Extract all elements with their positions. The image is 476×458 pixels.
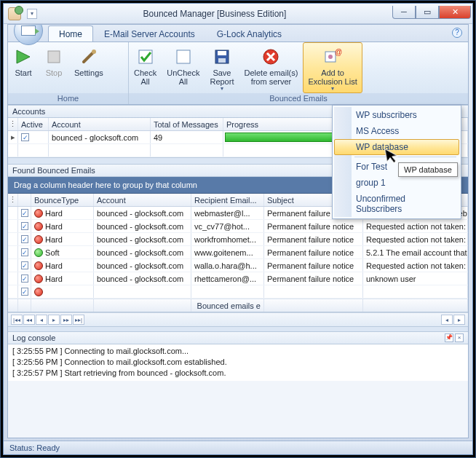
check-all-button[interactable]: Check All bbox=[129, 42, 162, 93]
nav-prev-button[interactable]: ◂ bbox=[36, 315, 47, 325]
start-button[interactable]: Start bbox=[8, 42, 39, 93]
ribbon-group-home: Start Stop Settings Home bbox=[8, 42, 129, 104]
maximize-button[interactable]: ▭ bbox=[416, 6, 439, 19]
recipient-cell: walla.o.hara@h... bbox=[191, 259, 264, 272]
col-account[interactable]: Account bbox=[94, 194, 191, 206]
col-recipient[interactable]: Recipient Email... bbox=[191, 194, 264, 206]
nav-nextpage-button[interactable]: ▸▸ bbox=[60, 315, 72, 325]
col-check[interactable] bbox=[18, 194, 31, 206]
row-indicator bbox=[8, 233, 18, 245]
close-button[interactable]: ✕ bbox=[439, 6, 471, 19]
col-active[interactable]: Active bbox=[18, 118, 49, 130]
menu-item-ms-access[interactable]: MS Access bbox=[334, 123, 459, 139]
table-row[interactable]: ✓ Hardbounced - glocksoft.comwalla.o.har… bbox=[8, 259, 468, 272]
qat-dropdown-icon[interactable]: ▾ bbox=[27, 9, 37, 19]
stop-icon bbox=[44, 47, 64, 67]
check-icon bbox=[135, 47, 156, 67]
footer-tab-label: Bounced emails e bbox=[191, 299, 264, 312]
row-indicator bbox=[8, 259, 18, 272]
row-checkbox[interactable]: ✓ bbox=[21, 261, 28, 269]
settings-button[interactable]: Settings bbox=[69, 42, 108, 93]
record-navigator: |◂◂ ◂◂ ◂ ▸ ▸▸ ▸▸| ◂ ▸ bbox=[8, 312, 468, 327]
status-circle-icon bbox=[34, 248, 43, 257]
account-name: bounced - glocksoft.com bbox=[49, 131, 151, 143]
status-circle-icon bbox=[34, 261, 43, 270]
nav-scroll-left-button[interactable]: ◂ bbox=[441, 315, 453, 325]
tab-home[interactable]: Home bbox=[48, 25, 93, 42]
row-checkbox[interactable]: ✓ bbox=[21, 235, 28, 243]
nav-first-button[interactable]: |◂◂ bbox=[11, 315, 23, 325]
app-icon bbox=[8, 7, 21, 20]
tab-email-accounts[interactable]: E-Mail Server Accounts bbox=[93, 25, 206, 42]
minimize-button[interactable]: ─ bbox=[392, 6, 416, 19]
table-row[interactable]: ✓ Hardbounced - glocksoft.comworkfromhom… bbox=[8, 233, 468, 246]
svg-text:@: @ bbox=[335, 48, 342, 56]
add-exclusion-button[interactable]: @ Add to Exclusion List ▾ bbox=[303, 42, 362, 93]
row-checkbox[interactable]: ✓ bbox=[21, 275, 28, 283]
row-checkbox[interactable]: ✓ bbox=[21, 248, 28, 256]
smtp-cell: Requested action not taken: bbox=[363, 233, 468, 245]
row-indicator bbox=[8, 246, 18, 258]
found-title: Found Bounced Emails bbox=[12, 166, 95, 175]
table-row[interactable]: ✓ Hardbounced - glocksoft.comvc_cv77@hot… bbox=[8, 220, 468, 233]
menu-separator bbox=[354, 157, 456, 157]
row-checkbox[interactable]: ✓ bbox=[21, 222, 28, 230]
ribbon-tabstrip: Home E-Mail Server Accounts G-Lock Analy… bbox=[8, 25, 468, 42]
menu-item-wp-subscribers[interactable]: WP subscribers bbox=[334, 107, 459, 123]
save-report-button[interactable]: Save Report ▾ bbox=[205, 42, 239, 93]
nav-scroll-right-button[interactable]: ▸ bbox=[453, 315, 465, 325]
status-circle-icon bbox=[34, 209, 43, 218]
log-line: [ 3:25:57 PM ] Start retrieving from bou… bbox=[12, 368, 464, 379]
status-circle-icon bbox=[34, 235, 43, 244]
window-title: Bounced Manager [Business Edition] bbox=[37, 9, 392, 19]
menu-item-unconfirmed[interactable]: Unconfirmed Subscribers bbox=[334, 191, 459, 217]
delete-icon bbox=[261, 47, 281, 67]
subject-cell: Permanent failure notice bbox=[264, 246, 363, 258]
menu-item-wp-database[interactable]: WP database bbox=[334, 139, 459, 155]
table-row[interactable]: ✓ Hardbounced - glocksoft.comrhettcamero… bbox=[8, 272, 468, 285]
recipient-cell: webmaster@l... bbox=[191, 207, 264, 219]
tab-analytics[interactable]: G-Lock Analytics bbox=[206, 25, 293, 42]
nav-next-button[interactable]: ▸ bbox=[48, 315, 60, 325]
account-cell: bounced - glocksoft.com bbox=[94, 233, 191, 245]
svg-point-10 bbox=[328, 55, 333, 59]
recipient-cell: www.goitenem... bbox=[191, 246, 264, 258]
uncheck-all-button[interactable]: UnCheck All bbox=[162, 42, 205, 93]
stop-button[interactable]: Stop bbox=[39, 42, 69, 93]
row-checkbox[interactable]: ✓ bbox=[21, 288, 28, 296]
panel-close-icon[interactable]: × bbox=[455, 333, 464, 342]
window-chrome: ▾ Bounced Manager [Business Edition] ─ ▭… bbox=[3, 3, 473, 455]
envelope-icon bbox=[21, 25, 36, 36]
log-line: [ 3:25:55 PM ] Connecting to mail.glocks… bbox=[12, 346, 464, 357]
menu-item-group1[interactable]: group 1 bbox=[334, 175, 459, 191]
row-checkbox[interactable]: ✓ bbox=[21, 209, 28, 217]
app-menu-orb[interactable] bbox=[14, 24, 43, 45]
nav-prevpage-button[interactable]: ◂◂ bbox=[23, 315, 35, 325]
log-panel-header: Log console 📌 × bbox=[8, 331, 468, 344]
active-checkbox[interactable]: ✓ bbox=[21, 133, 29, 141]
col-selector[interactable]: ⋮ bbox=[8, 118, 18, 130]
col-total[interactable]: Total of Messages bbox=[151, 118, 223, 130]
tools-icon bbox=[79, 47, 99, 67]
svg-point-2 bbox=[92, 50, 96, 54]
svg-rect-6 bbox=[218, 51, 226, 55]
bouncetype-cell: Soft bbox=[31, 246, 94, 258]
exclusion-icon: @ bbox=[322, 47, 343, 67]
log-console[interactable]: [ 3:25:55 PM ] Connecting to mail.glocks… bbox=[8, 344, 468, 381]
status-circle-icon bbox=[34, 275, 43, 283]
nav-last-button[interactable]: ▸▸| bbox=[73, 315, 84, 325]
found-partial-row: ✓ bbox=[8, 285, 468, 299]
col-bouncetype[interactable]: BounceType bbox=[31, 194, 94, 206]
col-account[interactable]: Account bbox=[49, 118, 151, 130]
svg-rect-7 bbox=[218, 58, 226, 63]
row-indicator bbox=[8, 207, 18, 219]
col-selector[interactable]: ⋮ bbox=[8, 194, 18, 206]
table-row[interactable]: ✓ Softbounced - glocksoft.comwww.goitene… bbox=[8, 246, 468, 259]
delete-emails-button[interactable]: Delete email(s) from server bbox=[239, 42, 303, 93]
help-icon[interactable]: ? bbox=[452, 28, 462, 38]
smtp-cell: Requested action not taken: bbox=[363, 220, 468, 232]
pin-icon[interactable]: 📌 bbox=[445, 333, 453, 342]
subject-cell: Permanent failure notice bbox=[264, 220, 363, 232]
group-label-home: Home bbox=[8, 93, 128, 104]
save-icon bbox=[212, 47, 232, 67]
